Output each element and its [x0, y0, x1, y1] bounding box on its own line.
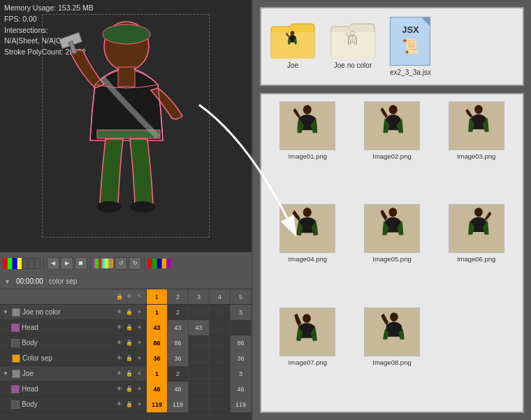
toolbar-btn-2[interactable]: ▶ — [61, 257, 73, 270]
toolbar-btn-5[interactable]: ↻ — [129, 257, 141, 270]
frame-cell-h1-2[interactable]: 43 — [168, 320, 189, 335]
toolbar-separator-3 — [144, 257, 145, 270]
frame-cell-b2-4 — [210, 397, 231, 412]
expand-icon-joe[interactable]: ▼ — [3, 370, 10, 377]
lock-icon-joe[interactable]: 🔒 — [125, 370, 133, 378]
eye-icon-header: 👁 — [125, 293, 133, 301]
image-item-05[interactable]: Image05.png — [353, 204, 432, 301]
light-icon-head-1[interactable]: ☀ — [135, 324, 143, 332]
lock-icon-head-1[interactable]: 🔒 — [125, 324, 133, 332]
layer-row-head-2[interactable]: Head 👁 🔒 ☀ — [0, 382, 146, 397]
jsx-file-icon: JSX 📜 — [390, 17, 430, 66]
light-icon-body-2[interactable]: ☀ — [135, 400, 143, 409]
eye-icon-color-sep[interactable]: 👁 — [115, 354, 124, 363]
frame-cell-j-1[interactable]: 1 — [147, 366, 168, 382]
svg-point-28 — [390, 312, 398, 321]
image-item-03[interactable]: Image03.png — [437, 101, 516, 198]
frame-cell-cs-1[interactable]: 36 — [147, 351, 168, 366]
frame-cell-cs-5[interactable]: 36 — [231, 351, 252, 366]
eye-icon-body-1[interactable]: 👁 — [115, 339, 124, 347]
toolbar-btn-4[interactable]: ↺ — [115, 257, 127, 270]
image-label-02: Image02.png — [372, 152, 411, 160]
light-icon-joe[interactable]: ☀ — [135, 370, 143, 378]
eye-icon-head-2[interactable]: 👁 — [115, 385, 124, 393]
layer-row-color-sep[interactable]: Color sep 👁 🔒 ☀ — [0, 351, 146, 366]
layer-row-joe[interactable]: ▼ Joe 👁 🔒 ☀ — [0, 366, 146, 382]
frame-cell-b2-1[interactable]: 119 — [147, 397, 168, 412]
frame-cell-h2-2[interactable]: 46 — [168, 382, 189, 397]
lock-icon-body-1[interactable]: 🔒 — [125, 339, 133, 347]
frame-num-2[interactable]: 2 — [168, 289, 189, 304]
image-item-08[interactable]: Image08.png — [353, 307, 432, 405]
frame-cell-b1-5[interactable]: 86 — [231, 335, 252, 351]
frame-num-5[interactable]: 5 — [231, 289, 252, 304]
toolbar-btn-1[interactable]: ◀ — [47, 257, 59, 270]
frame-cell-b2-5[interactable]: 119 — [231, 397, 252, 412]
frame-cell-h1-3[interactable]: 43 — [189, 320, 210, 335]
layer-row-body-1[interactable]: Body 👁 🔒 ☀ — [0, 335, 146, 351]
expand-icon[interactable]: ▼ — [3, 309, 10, 315]
lock-icon-color-sep[interactable]: 🔒 — [125, 354, 133, 363]
timeline-content: 🔒 👁 ✎ ▼ Joe no color 👁 🔒 ☀ — [0, 289, 252, 420]
image-thumb-05 — [364, 204, 420, 253]
layer-color-joe-no-color — [12, 308, 20, 317]
folder-icon-joe-no-color — [330, 17, 376, 59]
layer-color-body-2 — [11, 400, 20, 409]
eye-icon-joe-no-color[interactable]: 👁 — [115, 308, 124, 317]
image-label-08: Image08.png — [372, 359, 411, 366]
frame-num-1[interactable]: 1 — [147, 289, 168, 304]
folder-icon-joe — [270, 17, 316, 59]
jsx-corner — [421, 17, 430, 26]
layer-row-joe-no-color[interactable]: ▼ Joe no color 👁 🔒 ☀ — [0, 305, 146, 320]
light-icon-body-1[interactable]: ☀ — [135, 339, 143, 347]
frame-cell-b1-1[interactable]: 86 — [147, 335, 168, 351]
folder-item-joe[interactable]: Joe — [270, 17, 316, 69]
frame-cell-j-5[interactable]: 3 — [231, 366, 252, 382]
image-item-02[interactable]: Image02.png — [353, 101, 432, 198]
light-icon-joe-no-color[interactable]: ☀ — [135, 308, 143, 317]
eye-icon-head-1[interactable]: 👁 — [115, 324, 124, 332]
layer-name-joe: Joe — [22, 370, 113, 377]
frame-cell-b1-2[interactable]: 86 — [168, 335, 189, 351]
left-panel: Memory Usage: 153.25 MB FPS: 0.00 Inters… — [0, 0, 252, 420]
light-icon-color-sep[interactable]: ☀ — [135, 354, 143, 363]
light-icon-head-2[interactable]: ☀ — [135, 385, 143, 393]
frame-cell-jnc-2[interactable]: 2 — [168, 305, 189, 320]
image-thumb-04 — [279, 204, 335, 253]
frame-row-head-1: 43 43 43 — [147, 320, 252, 335]
folder-item-jsx[interactable]: JSX 📜 ex2_3_3a.jsx — [390, 17, 431, 76]
lock-icon-body-2[interactable]: 🔒 — [125, 400, 133, 409]
image-item-01[interactable]: Image01.png — [268, 101, 347, 198]
layer-row-body-2[interactable]: Body 👁 🔒 ☀ — [0, 397, 146, 412]
timeline-toolbar: ◀ ▶ ⏹ ↺ ↻ — [0, 252, 252, 274]
frame-cell-h1-1[interactable]: 43 — [147, 320, 168, 335]
toolbar-separator-2 — [90, 257, 91, 270]
folder-item-joe-no-color[interactable]: Joe no color — [330, 17, 376, 69]
layer-name-body-2: Body — [22, 400, 113, 408]
frame-cell-cs-2[interactable]: 36 — [168, 351, 189, 366]
frame-cells: 1 2 3 43 43 43 — [147, 305, 252, 420]
eye-icon-body-2[interactable]: 👁 — [115, 400, 124, 409]
image-item-04[interactable]: Image04.png — [268, 204, 347, 301]
character-area — [42, 14, 210, 238]
frame-cell-h2-1[interactable]: 46 — [147, 382, 168, 397]
frame-cell-b2-2[interactable]: 119 — [168, 397, 189, 412]
frame-num-4[interactable]: 4 — [210, 289, 231, 304]
image-item-07[interactable]: Image07.png — [268, 307, 347, 405]
eye-icon-joe[interactable]: 👁 — [115, 370, 124, 378]
frame-cell-j-2[interactable]: 2 — [168, 366, 189, 382]
folder-section: Joe — [260, 7, 524, 86]
layer-color-head-1 — [11, 324, 20, 332]
frame-cell-jnc-1[interactable]: 1 — [147, 305, 168, 320]
frame-num-3[interactable]: 3 — [189, 289, 210, 304]
lock-icon-joe-no-color[interactable]: 🔒 — [125, 308, 133, 317]
lock-icon-head-2[interactable]: 🔒 — [125, 385, 133, 393]
frame-cell-h2-5[interactable]: 46 — [231, 382, 252, 397]
frame-row-body-1: 86 86 86 — [147, 335, 252, 351]
frame-cell-jnc-5[interactable]: 3 — [231, 305, 252, 320]
toolbar-btn-3[interactable]: ⏹ — [75, 257, 87, 270]
character-svg — [43, 15, 210, 231]
image-item-06[interactable]: Image06.png — [437, 204, 516, 301]
image-thumb-01 — [279, 101, 335, 150]
layer-row-head-1[interactable]: Head 👁 🔒 ☀ — [0, 320, 146, 335]
